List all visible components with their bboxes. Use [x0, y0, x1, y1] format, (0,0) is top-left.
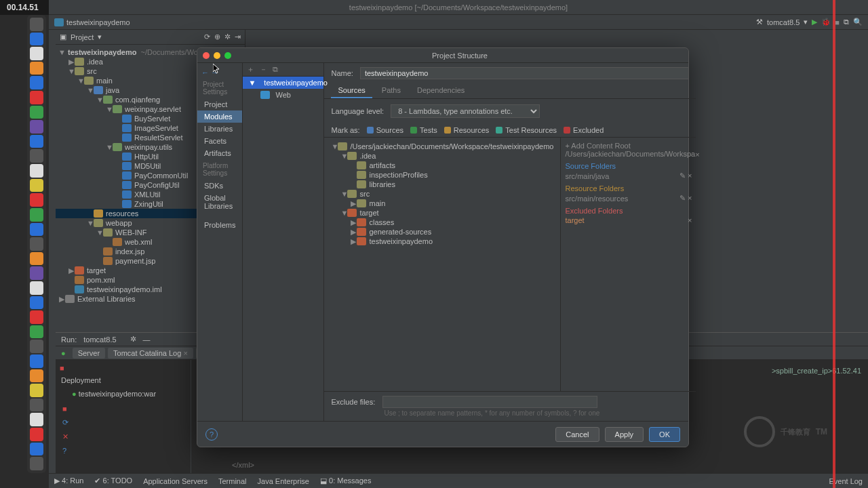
mark-tests[interactable]: Tests: [410, 126, 437, 134]
dock-icon[interactable]: [30, 281, 43, 295]
tree-item[interactable]: target: [87, 266, 106, 274]
tree-item[interactable]: External Libraries: [77, 295, 136, 303]
mark-resources[interactable]: Resources: [444, 126, 490, 134]
tree-item[interactable]: .idea: [359, 152, 376, 160]
tree-item[interactable]: ImageServlet: [134, 124, 178, 132]
tree-item[interactable]: XMLUtil: [134, 190, 161, 199]
hammer-icon[interactable]: ⚒: [756, 18, 763, 26]
close-icon[interactable]: ×: [688, 171, 692, 180]
macos-dock[interactable]: [27, 15, 46, 473]
project-structure-icon[interactable]: ⧉: [844, 18, 849, 26]
dock-icon[interactable]: [30, 223, 43, 237]
category-project[interactable]: Project: [197, 98, 242, 110]
mark-test-resources[interactable]: Test Resources: [496, 126, 557, 134]
name-input[interactable]: [360, 67, 690, 79]
mark-sources[interactable]: Sources: [367, 126, 403, 134]
hide-icon[interactable]: ⇥: [235, 33, 241, 41]
artifact-node[interactable]: ● testweixinpaydemo:war: [58, 387, 188, 401]
category-problems[interactable]: Problems: [197, 219, 242, 231]
dock-icon[interactable]: [30, 120, 43, 134]
dock-icon[interactable]: [30, 266, 43, 280]
res-path[interactable]: src/main/resources: [565, 195, 628, 203]
dock-icon[interactable]: [30, 91, 43, 104]
dock-icon[interactable]: [30, 149, 43, 163]
tree-item-selected[interactable]: resources: [106, 209, 138, 218]
tree-item[interactable]: target: [359, 209, 378, 217]
tree-root-path[interactable]: /Users/jackiechan/Documents/Workspace/te…: [350, 142, 553, 150]
status-terminal[interactable]: Terminal: [218, 477, 247, 485]
back-icon[interactable]: ← →: [197, 67, 242, 78]
copy-icon[interactable]: ⧉: [273, 65, 278, 74]
tree-item[interactable]: com.qianfeng: [115, 96, 160, 104]
tree-item[interactable]: src: [87, 67, 97, 75]
category-modules[interactable]: Modules: [197, 110, 242, 123]
src-path[interactable]: src/main/java: [565, 172, 609, 180]
edit-icon[interactable]: ✎: [679, 194, 686, 202]
dock-icon[interactable]: [30, 179, 43, 192]
dock-icon[interactable]: [30, 399, 43, 412]
gear-icon[interactable]: ✲: [224, 33, 231, 41]
deployment-node[interactable]: Deployment: [58, 373, 188, 387]
exclude-files-input[interactable]: [382, 396, 597, 408]
tool-window-title[interactable]: Project: [71, 33, 94, 41]
tree-item[interactable]: generated-sources: [369, 228, 431, 236]
tree-item[interactable]: weixinpay.servlet: [125, 105, 181, 113]
run-config-selector[interactable]: ⚒ tomcat8.5 ▾ ▶ 🐞 ■ ⧉ 🔍: [756, 18, 863, 26]
category-facets[interactable]: Facets: [197, 135, 242, 147]
run-tab-server[interactable]: Server: [73, 348, 105, 359]
ok-button[interactable]: OK: [649, 427, 680, 442]
category-artifacts[interactable]: Artifacts: [197, 147, 242, 159]
tree-item[interactable]: ResuletServlet: [134, 134, 183, 142]
run-tab-catalina[interactable]: Tomcat Catalina Log ×: [108, 348, 193, 359]
apply-button[interactable]: Apply: [605, 427, 644, 442]
dock-icon[interactable]: [30, 384, 43, 397]
dock-icon[interactable]: [30, 443, 43, 456]
minimize-icon[interactable]: [214, 52, 220, 59]
dock-icon[interactable]: [30, 237, 43, 251]
tree-item[interactable]: java: [106, 86, 119, 94]
dock-icon[interactable]: [30, 296, 43, 310]
dialog-titlebar[interactable]: Project Structure: [197, 48, 688, 63]
run-icon[interactable]: ▶: [812, 18, 817, 26]
close-icon[interactable]: ×: [688, 216, 692, 224]
tree-item[interactable]: web.xml: [125, 238, 152, 246]
tab-paths[interactable]: Paths: [375, 83, 408, 98]
close-icon[interactable]: ×: [695, 150, 699, 159]
edit-icon[interactable]: ✎: [679, 171, 686, 180]
mark-excluded[interactable]: Excluded: [564, 126, 604, 134]
tree-item[interactable]: MD5Util: [134, 162, 161, 170]
dock-icon[interactable]: [30, 106, 43, 119]
status-messages[interactable]: ⬓ 0: Messages: [320, 476, 371, 485]
dock-icon[interactable]: [30, 428, 43, 441]
remove-icon[interactable]: －: [260, 64, 267, 75]
dock-icon[interactable]: [30, 193, 43, 207]
tree-item[interactable]: ZxingUtil: [134, 200, 163, 208]
category-libraries[interactable]: Libraries: [197, 123, 242, 135]
dock-icon[interactable]: [30, 340, 43, 353]
tree-item[interactable]: src: [359, 190, 370, 198]
status-javaee[interactable]: Java Enterprise: [258, 477, 309, 485]
tree-item[interactable]: testweixinpaydemo.iml: [87, 285, 162, 293]
dock-icon[interactable]: [30, 62, 43, 75]
dock-icon[interactable]: [30, 33, 43, 46]
exc-path[interactable]: target: [565, 216, 584, 224]
tree-item[interactable]: payment.jsp: [115, 257, 155, 265]
tree-root[interactable]: testweixinpaydemo: [68, 48, 136, 56]
tree-item[interactable]: HttpUtil: [134, 152, 159, 161]
tree-item[interactable]: index.jsp: [115, 247, 144, 256]
close-icon[interactable]: [203, 52, 210, 59]
cancel-button[interactable]: Cancel: [555, 427, 599, 442]
tab-dependencies[interactable]: Dependencies: [410, 83, 471, 98]
debug-icon[interactable]: 🐞: [821, 18, 831, 26]
tree-item[interactable]: webapp: [106, 219, 132, 227]
tree-item[interactable]: PayConfigUtil: [134, 181, 180, 189]
stop-icon[interactable]: ■: [60, 364, 64, 372]
tree-item[interactable]: main: [369, 199, 385, 207]
dock-icon[interactable]: [30, 457, 43, 470]
tree-item[interactable]: BuyServlet: [134, 115, 170, 123]
facet-item[interactable]: Web: [243, 89, 323, 101]
tree-item[interactable]: PayCommonUtil: [134, 171, 188, 180]
dock-icon[interactable]: [30, 310, 43, 324]
help-icon[interactable]: ?: [62, 447, 184, 455]
dock-icon[interactable]: [30, 413, 43, 426]
